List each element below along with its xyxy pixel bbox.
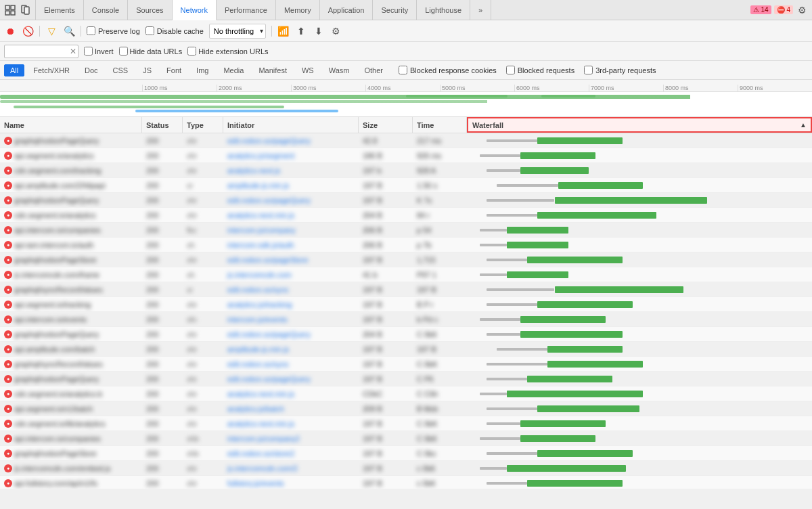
table-row[interactable]: ● api.intercom.io/companies 200 fbc inte…	[0, 223, 812, 238]
disable-cache-label[interactable]: Disable cache	[145, 26, 204, 35]
type-btn-media[interactable]: Media	[217, 64, 250, 76]
table-row[interactable]: ● api.segment.io/v1/batch 200 xhr analyt…	[0, 401, 812, 416]
table-row[interactable]: ● graphql/notionPageStore 200 xhb edit.n…	[0, 446, 812, 461]
table-row[interactable]: ● api.intercom.io/companies 200 xhb inte…	[0, 431, 812, 446]
th-waterfall[interactable]: Waterfall ▲	[467, 117, 812, 133]
th-name[interactable]: Name	[0, 117, 142, 133]
tab-security[interactable]: Security	[373, 0, 417, 20]
type-btn-all[interactable]: All	[4, 64, 24, 76]
table-row[interactable]: ● api.segment.io/analytics 200 xhr analy…	[0, 148, 812, 163]
table-row[interactable]: ● cdn.segment.io/analytics-b 200 xhr ana…	[0, 386, 812, 401]
record-button[interactable]: ⏺	[4, 25, 16, 37]
table-row[interactable]: ● api.amplitude.com/2/httpapi 200 xr amp…	[0, 178, 812, 193]
th-status[interactable]: Status	[142, 117, 183, 133]
settings-icon[interactable]: ⚙	[796, 4, 808, 16]
third-party-checkbox[interactable]	[584, 66, 593, 74]
tab-lighthouse[interactable]: Lighthouse	[417, 0, 470, 20]
tab-network[interactable]: Network	[173, 0, 217, 20]
type-btn-js[interactable]: JS	[137, 64, 158, 76]
type-btn-ws[interactable]: WS	[296, 64, 320, 76]
row-name: api.segment.io/analytics	[14, 152, 93, 160]
preserve-log-checkbox[interactable]	[87, 26, 95, 35]
tab-console[interactable]: Console	[84, 0, 128, 20]
invert-checkbox[interactable]	[84, 47, 93, 56]
th-size[interactable]: Size	[359, 117, 413, 133]
tab-elements[interactable]: Elements	[36, 0, 84, 20]
preserve-log-label[interactable]: Preserve log	[87, 26, 140, 35]
ruler-mark-6: 7000 ms	[589, 85, 663, 91]
type-btn-fetch[interactable]: Fetch/XHR	[27, 64, 76, 76]
filter-input[interactable]	[4, 45, 78, 58]
type-btn-other[interactable]: Other	[358, 64, 389, 76]
table-row[interactable]: ● api-iam.intercom.io/auth 200 xh interc…	[0, 238, 812, 252]
tab-memory[interactable]: Memory	[276, 0, 320, 20]
hide-data-label[interactable]: Hide data URLs	[119, 47, 183, 56]
tab-application[interactable]: Application	[320, 0, 374, 20]
blocked-response-checkbox[interactable]	[399, 66, 407, 74]
table-row[interactable]: ● js.intercomcdn.com/frame 200 xh js.int…	[0, 267, 812, 282]
type-btn-img[interactable]: Img	[190, 64, 215, 76]
td-name: ● cdn.segment.com/tracking	[0, 163, 142, 177]
type-btn-manifest[interactable]: Manifest	[252, 64, 293, 76]
hide-ext-label[interactable]: Hide extension URLs	[187, 47, 268, 56]
device-toolbar-icon[interactable]	[19, 4, 31, 16]
inspect-icon[interactable]	[4, 4, 16, 16]
settings-network-icon[interactable]: ⚙	[330, 25, 342, 37]
wifi-icon[interactable]: 📶	[277, 25, 290, 37]
type-btn-font[interactable]: Font	[160, 64, 187, 76]
table-row[interactable]: ● graphql/notionPageQuery 200 xhr edit.n…	[0, 327, 812, 342]
throttle-select[interactable]: No throttling	[209, 24, 266, 39]
blocked-requests-label[interactable]: Blocked requests	[506, 66, 574, 74]
th-initiator[interactable]: Initiator	[223, 117, 359, 133]
th-time[interactable]: Time	[413, 117, 467, 133]
table-row[interactable]: ● graphql/notionPageStore 200 xhr edit.n…	[0, 252, 812, 267]
table-row[interactable]: ● cdn.segment.com/tracking 200 xhr analy…	[0, 163, 812, 178]
table-row[interactable]: ● js.intercomcdn.com/embed.js 200 xhr js…	[0, 461, 812, 476]
blocked-response-label[interactable]: Blocked response cookies	[399, 66, 497, 74]
row-icon: ●	[4, 345, 12, 353]
type-btn-doc[interactable]: Doc	[78, 64, 104, 76]
download-icon[interactable]: ⬇	[313, 25, 325, 37]
hide-ext-checkbox[interactable]	[187, 47, 196, 56]
tab-more[interactable]: »	[470, 0, 491, 20]
td-time: B Mxb	[413, 401, 467, 416]
row-icon: ●	[4, 196, 12, 204]
table-row[interactable]: ● api.intercom.io/events 200 xfn interco…	[0, 312, 812, 327]
td-name: ● api.intercom.io/events	[0, 312, 142, 326]
disable-cache-checkbox[interactable]	[145, 26, 154, 35]
table-row[interactable]: ● api.segment.io/tracking 200 xhr analyt…	[0, 297, 812, 312]
table-row[interactable]: ● graphql/syncRecordValues 200 xhr edit.…	[0, 357, 812, 372]
td-initiator: edit.notion.so/sync	[223, 357, 359, 371]
table-row[interactable]: ● graphql/syncRecordValues 200 xr edit.n…	[0, 282, 812, 297]
table-row[interactable]: ● graphql/notionPageQuery 200 xhr edit.n…	[0, 372, 812, 386]
waterfall-bar-wrap	[470, 434, 809, 443]
clear-button[interactable]: 🚫	[22, 25, 34, 37]
td-size: 197 B	[359, 446, 413, 460]
table-row[interactable]: ● graphql/notionPageQuery 200 xhr edit.n…	[0, 133, 812, 148]
network-table[interactable]: Name Status Type Initiator Size Time Wat…	[0, 117, 812, 489]
table-row[interactable]: ● api.fullstory.com/api/v1/fs 200 xhr fu…	[0, 476, 812, 489]
filter-row: ✕ Invert Hide data URLs Hide extension U…	[0, 42, 812, 61]
td-type: xhr	[183, 357, 223, 371]
waterfall-bar-wrap	[470, 151, 809, 160]
table-row[interactable]: ● cdn.segment.io/lib/analytics 200 xhr a…	[0, 416, 812, 431]
search-icon[interactable]: 🔍	[63, 25, 75, 37]
invert-label[interactable]: Invert	[84, 47, 114, 56]
table-row[interactable]: ● api.amplitude.com/batch 200 xhr amplit…	[0, 342, 812, 357]
blocked-requests-checkbox[interactable]	[506, 66, 515, 74]
hide-data-checkbox[interactable]	[119, 47, 128, 56]
search-clear-button[interactable]: ✕	[70, 47, 76, 56]
third-party-label[interactable]: 3rd-party requests	[584, 66, 656, 74]
type-btn-css[interactable]: CSS	[107, 64, 135, 76]
filter-icon[interactable]: ▽	[45, 25, 58, 37]
type-btn-wasm[interactable]: Wasm	[323, 64, 356, 76]
td-status: 200	[142, 386, 183, 401]
row-name: api.segment.io/tracking	[14, 301, 91, 309]
table-row[interactable]: ● cdn.segment.io/analytics 200 xhr analy…	[0, 208, 812, 223]
td-initiator: amplitude-js.min.js	[223, 342, 359, 356]
tab-sources[interactable]: Sources	[128, 0, 172, 20]
th-type[interactable]: Type	[183, 117, 223, 133]
table-row[interactable]: ● graphql/notionPageQuery 200 xhr edit.n…	[0, 193, 812, 208]
upload-icon[interactable]: ⬆	[295, 25, 307, 37]
tab-performance[interactable]: Performance	[217, 0, 276, 20]
